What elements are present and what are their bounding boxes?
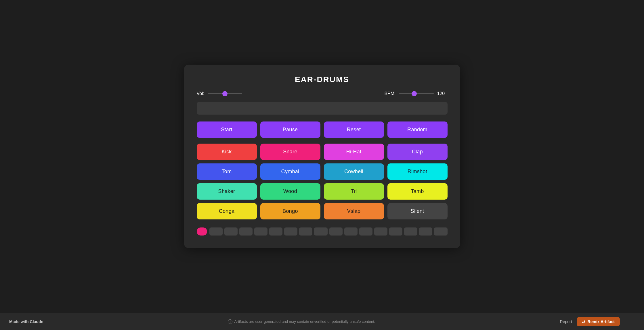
seq-step[interactable] <box>239 227 253 236</box>
cymbal-button[interactable]: Cymbal <box>260 163 320 180</box>
seq-step[interactable] <box>299 227 312 236</box>
kick-button[interactable]: Kick <box>197 144 257 160</box>
clap-button[interactable]: Clap <box>387 144 448 160</box>
footer-right: Report ⇄ Remix Artifact ⋮ <box>560 317 635 326</box>
seq-step[interactable] <box>209 227 223 236</box>
bpm-value: 120 <box>437 91 448 96</box>
app-container: EAR-DRUMS Vol: BPM: 120 Start Pause Rese… <box>184 65 460 248</box>
seq-steps <box>209 227 448 236</box>
start-button[interactable]: Start <box>197 121 257 138</box>
shaker-button[interactable]: Shaker <box>197 183 257 200</box>
more-button[interactable]: ⋮ <box>624 317 635 326</box>
transport-grid: Start Pause Reset Random <box>197 121 448 138</box>
silent-button[interactable]: Silent <box>387 203 448 219</box>
seq-step[interactable] <box>434 227 447 236</box>
conga-button[interactable]: Conga <box>197 203 257 219</box>
footer-center: i Artifacts are user-generated and may c… <box>43 319 560 324</box>
seq-step[interactable] <box>404 227 417 236</box>
tom-button[interactable]: Tom <box>197 163 257 180</box>
tri-button[interactable]: Tri <box>324 183 384 200</box>
wood-button[interactable]: Wood <box>260 183 320 200</box>
vslap-button[interactable]: Vslap <box>324 203 384 219</box>
tamb-button[interactable]: Tamb <box>387 183 448 200</box>
random-button[interactable]: Random <box>387 121 448 138</box>
remix-label: Remix Artifact <box>588 319 615 324</box>
reset-button[interactable]: Reset <box>324 121 384 138</box>
seq-step[interactable] <box>374 227 387 236</box>
seq-step[interactable] <box>419 227 432 236</box>
cowbell-button[interactable]: Cowbell <box>324 163 384 180</box>
rimshot-button[interactable]: Rimshot <box>387 163 448 180</box>
vol-group: Vol: <box>197 91 242 96</box>
main-area: EAR-DRUMS Vol: BPM: 120 Start Pause Rese… <box>0 0 644 313</box>
sequencer-row <box>197 225 448 236</box>
report-button[interactable]: Report <box>560 319 572 324</box>
hihat-button[interactable]: Hi-Hat <box>324 144 384 160</box>
seq-step[interactable] <box>254 227 267 236</box>
seq-step[interactable] <box>329 227 343 236</box>
bpm-group: BPM: 120 <box>384 91 447 96</box>
app-title: EAR-DRUMS <box>197 75 448 84</box>
vol-label: Vol: <box>197 91 205 96</box>
remix-icon: ⇄ <box>582 319 585 324</box>
seq-step[interactable] <box>389 227 402 236</box>
display-bar <box>197 102 448 115</box>
seq-step[interactable] <box>224 227 238 236</box>
info-icon: i <box>228 319 232 324</box>
seq-step[interactable] <box>284 227 297 236</box>
footer: Made with Claude i Artifacts are user-ge… <box>0 313 644 330</box>
bpm-slider[interactable] <box>399 93 434 94</box>
drum-grid: Kick Snare Hi-Hat Clap Tom Cymbal Cowbel… <box>197 144 448 219</box>
made-with-text: Made with <box>9 319 30 324</box>
seq-step[interactable] <box>314 227 327 236</box>
snare-button[interactable]: Snare <box>260 144 320 160</box>
pause-button[interactable]: Pause <box>260 121 320 138</box>
vol-slider[interactable] <box>208 93 242 94</box>
notice-text: Artifacts are user-generated and may con… <box>234 319 375 324</box>
claude-text: Claude <box>30 319 43 324</box>
controls-row: Vol: BPM: 120 <box>197 91 448 96</box>
footer-left: Made with Claude <box>9 319 43 324</box>
bpm-label: BPM: <box>384 91 395 96</box>
remix-button[interactable]: ⇄ Remix Artifact <box>577 317 620 326</box>
bongo-button[interactable]: Bongo <box>260 203 320 219</box>
seq-indicator <box>197 227 207 236</box>
seq-step[interactable] <box>269 227 282 236</box>
seq-step[interactable] <box>359 227 372 236</box>
seq-step[interactable] <box>344 227 358 236</box>
